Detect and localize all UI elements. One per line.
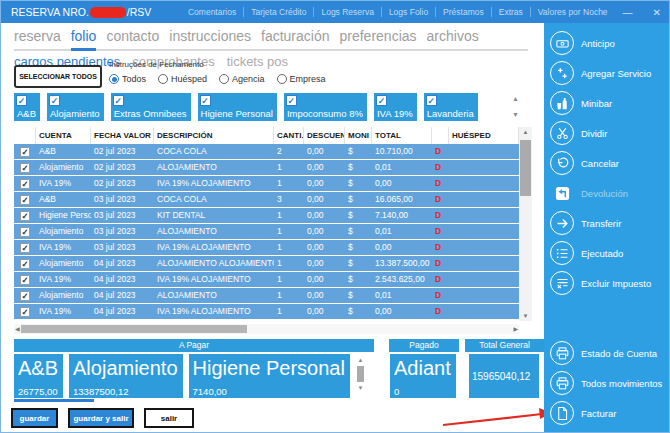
a-pagar-tile[interactable]: Higiene Personal 7140,00 — [189, 354, 350, 398]
table-row[interactable]: ✓ IVA 19% 02 jul 2023 IVA 19% ALOJAMIENT… — [14, 176, 519, 192]
filter-chip[interactable]: ✓ Impoconsumo 8% — [284, 93, 367, 121]
radio-option[interactable]: Agencia — [219, 74, 265, 84]
row-checkbox[interactable]: ✓ — [20, 259, 30, 269]
checkbox-checked-icon[interactable]: ✓ — [286, 95, 297, 106]
scroll-left-icon[interactable]: ◀ — [15, 324, 20, 334]
sidebar-item-transferir[interactable]: Transferir — [550, 210, 621, 236]
sidebar-item-dividir[interactable]: Dividir — [550, 120, 607, 146]
titlebar-menu-item[interactable]: Tarjeta Crédito — [243, 7, 313, 17]
sidebar-item-ejecutado[interactable]: Ejecutado — [550, 240, 623, 266]
row-checkbox[interactable]: ✓ — [20, 195, 30, 205]
row-checkbox[interactable]: ✓ — [20, 291, 30, 301]
titlebar-menu-item[interactable]: Valores por Noche — [530, 7, 615, 17]
save-button[interactable]: guardar — [11, 408, 58, 428]
tab[interactable]: contacto — [106, 28, 159, 44]
scroll-down-icon[interactable]: ▼ — [519, 313, 532, 319]
row-checkbox[interactable]: ✓ — [20, 307, 30, 317]
sidebar-item-todos-movimientos[interactable]: Todos movimientos — [550, 370, 662, 396]
scrollbar-thumb[interactable] — [21, 325, 247, 333]
header-descuento[interactable]: DESCUENTO — [304, 127, 345, 144]
tab[interactable]: facturación — [261, 28, 329, 44]
tab[interactable]: preferencias — [340, 28, 417, 44]
checkbox-checked-icon[interactable]: ✓ — [113, 95, 124, 106]
row-checkbox[interactable]: ✓ — [20, 211, 30, 221]
sidebar-item-estado-de-cuenta[interactable]: Estado de Cuenta — [550, 340, 657, 366]
table-row[interactable]: ✓ Alojamiento 02 jul 2023 ALOJAMIENTO 1 … — [14, 160, 519, 176]
titlebar-menu-item[interactable]: Préstamos — [435, 7, 491, 17]
scrollbar-thumb[interactable] — [357, 366, 364, 382]
header-cantidad[interactable]: CANTI. — [274, 127, 304, 144]
table-row[interactable]: ✓ Higiene Personal 03 jul 2023 KIT DENTA… — [14, 208, 519, 224]
filter-chip[interactable]: ✓ Lavanderia — [424, 93, 478, 121]
header-moneda[interactable]: MONI — [345, 127, 372, 144]
select-all-button[interactable]: SELECCIONAR TODOS — [14, 65, 102, 88]
titlebar-menu-item[interactable]: Extras — [491, 7, 530, 17]
tiles-scroll-indicator[interactable] — [14, 399, 94, 402]
row-checkbox[interactable]: ✓ — [20, 275, 30, 285]
radio-option[interactable]: Todos — [109, 74, 146, 84]
filter-chip[interactable]: ✓ A&B — [14, 93, 40, 121]
table-horizontal-scrollbar[interactable]: ◀ ▶ — [14, 324, 519, 334]
radio-option[interactable]: Empresa — [277, 74, 326, 84]
tab[interactable]: folio — [71, 28, 97, 44]
table-row[interactable]: ✓ Alojamiento 03 jul 2023 ALOJAMIENTO 1 … — [14, 224, 519, 240]
table-row[interactable]: ✓ IVA 19% 03 jul 2023 IVA 19% ALOJAMIENT… — [14, 240, 519, 256]
header-cuenta[interactable]: CUENTA — [36, 127, 91, 144]
chips-scroll-down-icon[interactable]: ▼ — [512, 111, 519, 118]
tab[interactable]: instrucciones — [169, 28, 251, 44]
pagado-tile[interactable]: Adiant 0 — [390, 354, 456, 398]
table-row[interactable]: ✓ IVA 19% 04 jul 2023 IVA 19% ALOJAMIENT… — [14, 304, 519, 320]
titlebar-menu-item[interactable]: Logs Folio — [381, 7, 435, 17]
scroll-up-icon[interactable]: ▲ — [519, 129, 532, 135]
exit-button[interactable]: salir — [144, 408, 194, 428]
sidebar-item-excluir-impuesto[interactable]: Excluir Impuesto — [550, 270, 651, 296]
sidebar-item-agregar-servicio[interactable]: Agregar Servicio — [550, 60, 651, 86]
table-row[interactable]: ✓ A&B 03 jul 2023 COCA COLA 3 0,00 $ 16.… — [14, 192, 519, 208]
row-checkbox[interactable]: ✓ — [20, 243, 30, 253]
checkbox-checked-icon[interactable]: ✓ — [376, 95, 387, 106]
filter-chip[interactable]: ✓ IVA 19% — [374, 93, 417, 121]
header-total[interactable]: TOTAL — [372, 127, 432, 144]
scroll-right-icon[interactable]: ▶ — [513, 324, 518, 334]
subtab[interactable]: tickets pos — [227, 54, 288, 69]
tab[interactable]: reserva — [14, 28, 61, 44]
row-checkbox[interactable]: ✓ — [20, 179, 30, 189]
close-icon[interactable]: ✕ — [653, 7, 661, 18]
filter-chip[interactable]: ✓ Alojamiento — [47, 93, 104, 121]
table-row[interactable]: ✓ A&B 02 jul 2023 COCA COLA 2 0,00 $ 10.… — [14, 144, 519, 160]
titlebar-menu-item[interactable]: Logs Reserva — [313, 7, 380, 17]
checkbox-checked-icon[interactable]: ✓ — [426, 95, 437, 106]
a-pagar-tile[interactable]: Alojamiento 13387500,12 — [69, 354, 183, 398]
titlebar-menu-item[interactable]: Comentarios — [181, 7, 243, 17]
checkbox-checked-icon[interactable]: ✓ — [16, 95, 27, 106]
sidebar-item-cancelar[interactable]: Cancelar — [550, 150, 619, 176]
sidebar-item-anticipo[interactable]: Anticipo — [550, 30, 615, 56]
a-pagar-tile[interactable]: A&B 26775,00 — [14, 354, 63, 398]
tiles-scrollbar[interactable]: ▲ ▼ — [356, 356, 365, 396]
header-descripcion[interactable]: DESCRIPCIÓN — [154, 127, 274, 144]
checkbox-checked-icon[interactable]: ✓ — [49, 95, 60, 106]
scrollbar-thumb[interactable] — [520, 140, 531, 196]
tab[interactable]: archivos — [427, 28, 479, 44]
scroll-down-icon[interactable]: ▼ — [356, 384, 365, 392]
cell-descuento: 0,00 — [304, 304, 345, 319]
row-checkbox[interactable]: ✓ — [20, 147, 30, 157]
header-huesped[interactable]: HUÉSPED — [449, 127, 519, 144]
header-fecha-valor[interactable]: FECHA VALOR — [91, 127, 154, 144]
filter-chip[interactable]: ✓ Higiene Personal — [198, 93, 277, 121]
sidebar-item-facturar[interactable]: Facturar — [550, 400, 616, 426]
filter-chip[interactable]: ✓ Extras Omnibees — [111, 93, 191, 121]
minimize-icon[interactable]: — — [623, 7, 633, 18]
table-row[interactable]: ✓ IVA 19% 04 jul 2023 IVA 19% ALOJAMIENT… — [14, 272, 519, 288]
row-checkbox[interactable]: ✓ — [20, 227, 30, 237]
table-row[interactable]: ✓ Alojamiento 04 jul 2023 ALOJAMIENTO 1 … — [14, 288, 519, 304]
scroll-up-icon[interactable]: ▲ — [356, 356, 365, 364]
save-and-exit-button[interactable]: guardar y salir — [68, 408, 134, 428]
chips-scroll-up-icon[interactable]: ▲ — [512, 95, 519, 102]
sidebar-item-minibar[interactable]: Minibar — [550, 90, 612, 116]
row-checkbox[interactable]: ✓ — [20, 163, 30, 173]
table-row[interactable]: ✓ Alojamiento 04 jul 2023 ALOJAMIENTO AL… — [14, 256, 519, 272]
checkbox-checked-icon[interactable]: ✓ — [200, 95, 211, 106]
table-vertical-scrollbar[interactable]: ▲ ▼ — [519, 127, 532, 321]
radio-option[interactable]: Huésped — [158, 74, 207, 84]
